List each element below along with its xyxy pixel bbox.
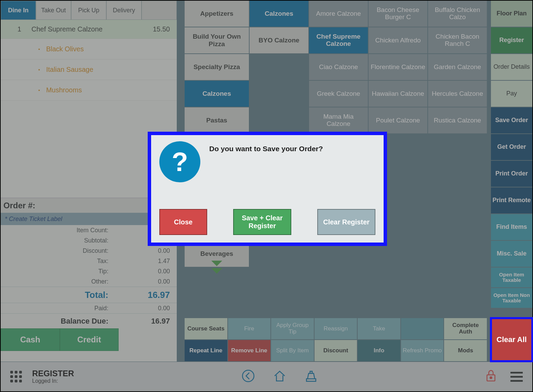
line-qty: 1	[8, 25, 31, 33]
btn-reassign[interactable]: Reassign	[315, 318, 357, 339]
balance-label: Balance Due:	[8, 317, 139, 326]
subcat-calzones[interactable]: Calzones	[250, 1, 308, 27]
menu-item[interactable]: Chicken Alfredo	[369, 27, 427, 53]
action-register[interactable]: Register	[491, 27, 532, 53]
menu-item[interactable]: Bacon Cheese Burger C	[369, 1, 427, 27]
action-row-1: Course SeatsFireApply Group TipReassignT…	[185, 318, 487, 339]
subcat-byo-calzone[interactable]: BYO Calzone	[250, 27, 308, 53]
menu-item[interactable]: Florentine Calzone	[369, 54, 427, 80]
menu-icon[interactable]	[510, 372, 523, 382]
menu-item[interactable]: Hawaiian Calzone	[369, 81, 427, 107]
order-line[interactable]: 1 Chef Supreme Calzone 15.50	[1, 20, 177, 39]
scroll-down-icon[interactable]	[185, 259, 249, 268]
tab-delivery[interactable]: Delivery	[106, 1, 142, 20]
cat-byo-pizza[interactable]: Build Your Own Pizza	[185, 27, 249, 53]
btn-repeat-line[interactable]: Repeat Line	[185, 340, 227, 361]
logged-in-label: Logged In:	[32, 378, 74, 384]
action-open-item-taxable[interactable]: Open Item Taxable	[491, 267, 532, 287]
register-info: REGISTER Logged In:	[32, 369, 74, 384]
line-name: Chef Supreme Calzone	[31, 25, 139, 33]
action-find-items[interactable]: Find Items	[491, 214, 532, 240]
register-title: REGISTER	[32, 369, 74, 378]
action-print-order[interactable]: Print Order	[491, 161, 532, 187]
clear-register-button[interactable]: Clear Register	[317, 209, 375, 235]
tip-value: 0.00	[139, 268, 170, 275]
action-save-order[interactable]: Save Order	[491, 107, 532, 133]
modifier-line[interactable]: Mushrooms	[1, 80, 177, 101]
end-icons	[485, 369, 523, 384]
close-button[interactable]: Close	[159, 209, 207, 235]
modifier-line[interactable]: Italian Sausage	[1, 60, 177, 80]
cat-beverages-label: Beverages	[200, 250, 233, 258]
cat-specialty-pizza[interactable]: Specialty Pizza	[185, 54, 249, 80]
menu-item[interactable]: Buffalo Chicken Calzo	[428, 1, 487, 27]
back-icon[interactable]	[241, 369, 255, 384]
btn-take[interactable]: Take	[358, 318, 400, 339]
cat-appetizers[interactable]: Appetizers	[185, 1, 249, 27]
tax-value: 1.47	[139, 258, 170, 265]
action-floor-plan[interactable]: Floor Plan	[491, 1, 532, 27]
menu-item[interactable]: Poulet Calzone	[369, 107, 427, 133]
btn-info[interactable]: Info	[358, 340, 400, 361]
credit-button[interactable]: Credit	[60, 328, 119, 351]
item-count-label: Item Count:	[8, 227, 139, 234]
cash-button[interactable]: Cash	[1, 328, 60, 351]
dialog-title: Do you want to Save your Order?	[209, 141, 323, 153]
action-print-remote[interactable]: Print Remote	[491, 187, 532, 213]
action-get-order[interactable]: Get Order	[491, 134, 532, 160]
btn-course-seats[interactable]: Course Seats	[185, 318, 227, 339]
action-order-details[interactable]: Order Details	[491, 54, 532, 80]
tab-blank	[142, 1, 177, 20]
cat-pastas[interactable]: Pastas	[185, 107, 249, 133]
action-open-item-non-taxable[interactable]: Open Item Non Taxable	[491, 288, 532, 308]
balance-value: 16.97	[139, 317, 170, 326]
lock-icon[interactable]	[485, 369, 497, 384]
btn-mods[interactable]: Mods	[444, 340, 487, 361]
app-root: Dine In Take Out Pick Up Delivery 1 Chef…	[1, 1, 532, 391]
other-value: 0.00	[139, 278, 170, 285]
pay-blank	[119, 328, 177, 351]
menu-item[interactable]: Garden Calzone	[428, 54, 487, 80]
menu-item-selected[interactable]: Chef Supreme Calzone	[309, 27, 368, 53]
btn-remove-line[interactable]: Remove Line	[228, 340, 271, 361]
home-icon[interactable]	[272, 369, 287, 384]
action-row-2: Repeat LineRemove LineSplit By ItemDisco…	[185, 340, 487, 361]
svg-point-3	[490, 377, 492, 379]
cat-calzones[interactable]: Calzones	[185, 81, 249, 107]
tab-take-out[interactable]: Take Out	[36, 1, 71, 20]
register-icon[interactable]	[304, 369, 318, 384]
save-clear-register-button[interactable]: Save + Clear Register	[233, 209, 291, 235]
menu-item[interactable]: Rustica Calzone	[428, 107, 487, 133]
menu-item[interactable]: Ciao Calzone	[309, 54, 368, 80]
question-icon: ?	[159, 141, 200, 182]
btn-complete-auth[interactable]: Complete Auth	[444, 318, 487, 339]
payment-buttons: Cash Credit	[1, 328, 177, 351]
btn-discount[interactable]: Discount	[315, 340, 357, 361]
paid-label: Paid:	[8, 305, 139, 312]
btn-fire[interactable]: Fire	[228, 318, 271, 339]
svg-point-0	[242, 370, 254, 382]
right-actions: Floor PlanRegisterOrder DetailsPaySave O…	[491, 1, 532, 309]
btn-split-by-item[interactable]: Split By Item	[271, 340, 314, 361]
line-price: 15.50	[139, 25, 170, 33]
action-pay[interactable]: Pay	[491, 81, 532, 107]
apps-icon[interactable]	[10, 371, 22, 382]
save-order-dialog: ? Do you want to Save your Order? Close …	[148, 132, 387, 246]
subtotal-label: Subtotal:	[8, 237, 139, 244]
menu-item[interactable]: Chicken Bacon Ranch C	[428, 27, 487, 53]
menu-item[interactable]: Mama Mia Calzone	[309, 107, 368, 133]
total-label: Total:	[8, 290, 139, 300]
menu-item[interactable]: Hercules Calzone	[428, 81, 487, 107]
btn-apply-group-tip[interactable]: Apply Group Tip	[271, 318, 314, 339]
menu-item[interactable]: Greek Calzone	[309, 81, 368, 107]
clear-all-button[interactable]: Clear All	[491, 318, 532, 361]
tab-dine-in[interactable]: Dine In	[1, 1, 36, 20]
modifier-line[interactable]: Black Olives	[1, 39, 177, 60]
tab-pick-up[interactable]: Pick Up	[71, 1, 106, 20]
btn-refresh-promo[interactable]: Refresh Promo	[401, 340, 444, 361]
order-type-tabs: Dine In Take Out Pick Up Delivery	[1, 1, 177, 20]
tip-label: Tip:	[8, 268, 139, 275]
paid-value: 0.00	[139, 305, 170, 312]
menu-item[interactable]: Amore Calzone	[309, 1, 368, 27]
action-misc-sale[interactable]: Misc. Sale	[491, 241, 532, 267]
